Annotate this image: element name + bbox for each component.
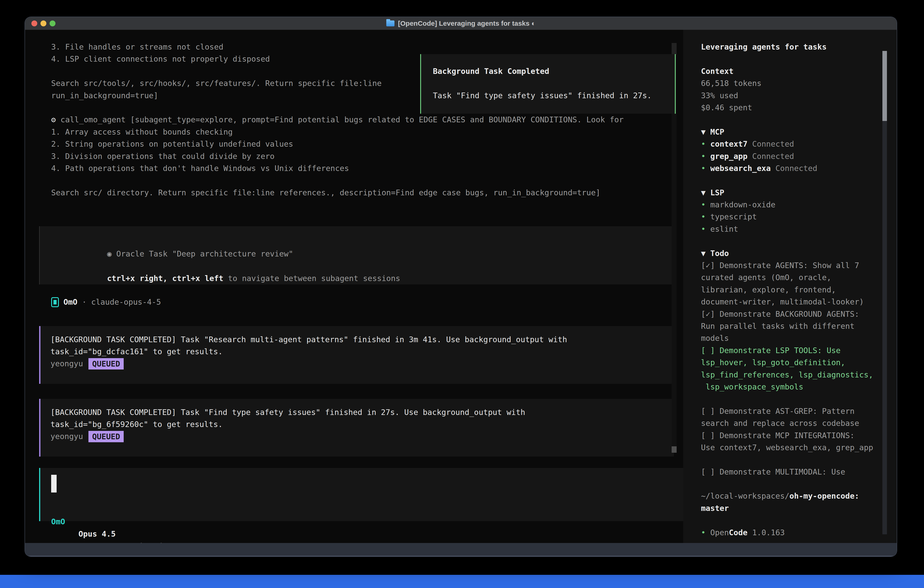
sidebar-line-text: 1.0.163 [747,528,785,537]
prompt-input[interactable]: OmO Opus 4.5 Anthropic [39,468,683,521]
window-titlebar[interactable]: [OpenCode] Leveraging agents for tasks ◐ [25,17,897,30]
sidebar-scrollbar[interactable] [883,51,887,534]
log-line-text: Search src/tools/, src/hooks/, src/featu… [51,79,381,88]
sidebar-line: librarian, explore, frontend, [701,284,883,296]
log-line-text: 2. String operations on potentially unde… [51,139,293,149]
window-title: [OpenCode] Leveraging agents for tasks ◐ [398,20,536,27]
sidebar-line-text: MCP [710,127,724,136]
sidebar-line: $0.46 spent [701,102,883,114]
input-provider-name: Anthropic [126,540,168,543]
sidebar-line: [✓] Demonstrate BACKGROUND AGENTS: [701,308,883,320]
sidebar-line[interactable]: ▼ LSP [701,187,883,199]
sidebar-line-text: ▼ [701,188,710,197]
minimize-button[interactable] [40,20,46,26]
sidebar-line [701,454,883,466]
zoom-button[interactable] [50,20,56,26]
sidebar-line-text: • [701,139,710,149]
sidebar-line [701,478,883,490]
sidebar-line-text: master [701,504,729,513]
log-line-text: 3. Division operations that could divide… [51,152,275,161]
sidebar-line [701,514,883,526]
sidebar-line: 66,518 tokens [701,77,883,89]
sidebar-line: 33% used [701,89,883,102]
sidebar-line-text: eslint [710,225,738,233]
log-line-text: 1. Array access without bounds checking [51,127,233,136]
hint-text: to navigate between subagent sessions [223,274,400,283]
sidebar-line: [ ] Demonstrate MULTIMODAL: Use [701,466,883,478]
notification-body: Task "Find type safety issues" finished … [433,89,652,102]
active-agent-line: OmO · claude-opus-4-5 [51,296,161,309]
log-line: ⚙ call_omo_agent [subagent_type=explore,… [51,114,672,126]
sidebar-line-text: Connected [776,164,817,173]
sidebar-line: search and replace across codebase [701,417,883,429]
main-scrollbar-thumb[interactable] [672,446,676,453]
close-button[interactable] [31,20,37,26]
background-task-notification: Background Task Completed Task "Find typ… [420,54,676,114]
omo-agent-icon [51,297,59,307]
sidebar-line: • OpenCode 1.0.163 [701,527,883,538]
sidebar-line: • eslint [701,223,883,235]
task-result-box-2: [BACKGROUND TASK COMPLETED] Task "Find t… [39,399,674,457]
sidebar-line: lsp_find_references, lsp_diagnostics, [701,369,883,381]
sidebar-line [701,393,883,405]
sidebar-line: [ ] Demonstrate MCP INTEGRATIONS: [701,429,883,441]
log-line: 3. Division operations that could divide… [51,150,672,162]
session-sidebar[interactable]: Leveraging agents for tasks Context66,51… [683,30,897,543]
sidebar-line: Use context7, websearch_exa, grep_app [701,441,883,454]
notification-title: Background Task Completed [433,65,549,77]
sidebar-line-text: Code [729,528,747,537]
sidebar-line[interactable]: ▼ Todo [701,248,883,259]
sidebar-line-text: oh-my-opencode: [789,491,859,500]
sidebar-line-text: ~/local-workspaces/ [701,491,789,500]
sidebar-line: [✓] Demonstrate AGENTS: Show all 7 [701,259,883,271]
sidebar-line-text: [✓] Demonstrate AGENTS: Show all 7 [701,261,859,270]
log-line: 1. Array access without bounds checking [51,126,672,138]
task-message-line2: task_id="bg_6f59260c" to get results. [51,418,223,430]
sidebar-line-text: Connected [752,139,794,149]
input-agent-name[interactable]: OmO [51,516,65,528]
sidebar-line-text: • [701,164,710,173]
sidebar-line-text: Use context7, websearch_exa, grep_app [701,443,873,452]
status-bar: ········· esc interrupt tab switch agent… [25,528,683,540]
task-meta-row: yeongyu QUEUED [51,430,124,443]
sidebar-line-text: Todo [710,249,729,258]
sidebar-line: ~/local-workspaces/oh-my-opencode: [701,490,883,502]
agent-model: claude-opus-4-5 [91,296,161,308]
log-line: 3. File handles or streams not closed [51,41,672,53]
sidebar-line-text: $0.46 spent [701,103,752,112]
sidebar-line-text: 66,518 tokens [701,79,761,88]
sidebar-line-text: [✓] Demonstrate BACKGROUND AGENTS: [701,309,859,319]
sidebar-line-text: Connected [752,152,794,161]
sidebar-line-text: [ ] Demonstrate LSP TOOLS: Use [701,346,841,355]
opencode-terminal-window: [OpenCode] Leveraging agents for tasks ◐… [25,17,897,557]
sidebar-line-text: librarian, explore, frontend, [701,285,836,294]
sidebar-line-text: • [701,152,710,161]
sidebar-line-text: curated agents (OmO, oracle, [701,273,831,282]
sidebar-line-text: Context [701,67,733,76]
folder-icon [386,20,394,26]
log-line-text: 4. LSP client connections not properly d… [51,55,270,63]
desktop: [OpenCode] Leveraging agents for tasks ◐… [0,0,924,588]
sidebar-line-text: lsp_find_references, lsp_diagnostics, [701,370,873,379]
terminal-main-pane[interactable]: 3. File handles or streams not closed4. … [25,30,683,543]
status-badge: QUEUED [88,358,124,370]
sidebar-line: models [701,332,883,344]
sidebar-line-text: websearch_exa [710,164,776,173]
task-user: yeongyu [51,358,83,370]
sidebar-line-text: Run parallel tasks with different [701,322,855,330]
sidebar-line[interactable]: ▼ MCP [701,126,883,138]
sidebar-line-text: models [701,334,729,343]
spinner-dots: ········· [42,540,88,543]
log-line-text: 3. File handles or streams not closed [51,42,223,51]
sidebar-line [701,235,883,247]
sidebar-scrollbar-thumb[interactable] [883,51,887,121]
log-line-text: Search src/ directory. Return specific f… [51,188,600,197]
sidebar-line-text: Leveraging agents for tasks [701,42,827,51]
oracle-task-box: ◉ Oracle Task "Deep architecture review"… [39,226,673,284]
sidebar-line: Context [701,65,883,77]
sidebar-line [701,174,883,187]
sidebar-line [701,53,883,65]
window-body: 3. File handles or streams not closed4. … [25,30,897,543]
sidebar-line-text: ▼ [701,127,710,136]
separator-dot: · [82,296,86,308]
